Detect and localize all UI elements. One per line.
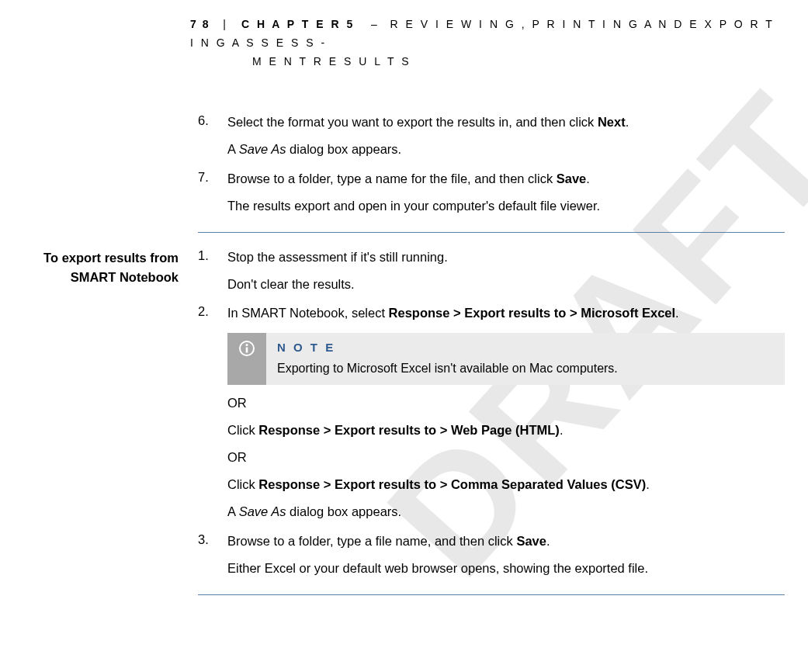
step-follow: Don't clear the results. bbox=[227, 275, 785, 293]
saveas-italic: Save As bbox=[239, 504, 286, 518]
saveas-pre: A bbox=[227, 504, 239, 518]
svg-rect-2 bbox=[246, 348, 248, 353]
svg-point-1 bbox=[245, 344, 248, 346]
step-number: 2. bbox=[198, 304, 220, 319]
step-bold: Response > Export results to > Microsoft… bbox=[389, 306, 676, 320]
header-divider: | bbox=[223, 18, 228, 30]
alt-post: . bbox=[646, 477, 650, 491]
step-text: Browse to a folder, type a name for the … bbox=[227, 171, 557, 185]
step-number: 3. bbox=[198, 532, 220, 547]
side-heading-line2: SMART Notebook bbox=[0, 268, 179, 288]
step-number: 6. bbox=[198, 113, 220, 128]
step-text-post: . bbox=[546, 534, 550, 548]
side-heading-line1: To export results from bbox=[0, 248, 179, 268]
step-follow: The results export and open in your comp… bbox=[227, 197, 785, 215]
side-heading: To export results from SMART Notebook bbox=[0, 248, 198, 611]
step-follow: Either Excel or your default web browser… bbox=[227, 559, 785, 577]
step-follow-pre: A bbox=[227, 142, 239, 156]
alt-post: . bbox=[560, 423, 564, 437]
step-follow-italic: Save As bbox=[239, 142, 286, 156]
saveas-post: dialog box appears. bbox=[286, 504, 402, 518]
step-1: 1. Stop the assessment if it's still run… bbox=[198, 248, 785, 293]
note-label: N O T E bbox=[277, 341, 774, 354]
step-text: Select the format you want to export the… bbox=[227, 115, 598, 129]
step-bold: Next bbox=[598, 115, 626, 129]
alt-bold: Response > Export results to > Web Page … bbox=[258, 423, 560, 437]
step-number: 7. bbox=[198, 170, 220, 185]
chapter-title-line2: M E N T R E S U L T S bbox=[252, 55, 411, 68]
step-3: 3. Browse to a folder, type a file name,… bbox=[198, 532, 785, 577]
step-text: Browse to a folder, type a file name, an… bbox=[227, 534, 516, 548]
or-text: OR bbox=[227, 394, 785, 412]
chapter-label: C H A P T E R 5 bbox=[241, 18, 355, 30]
step-text-post: . bbox=[626, 115, 629, 129]
step-number: 1. bbox=[198, 248, 220, 263]
section-divider bbox=[198, 232, 785, 233]
header-dash: – bbox=[371, 18, 380, 30]
section-divider bbox=[198, 594, 785, 595]
step-text: In SMART Notebook, select bbox=[227, 306, 389, 320]
note-text: Exporting to Microsoft Excel isn't avail… bbox=[277, 362, 774, 376]
step-text: Stop the assessment if it's still runnin… bbox=[227, 248, 785, 266]
step-7: 7. Browse to a folder, type a name for t… bbox=[198, 170, 785, 215]
step-bold: Save bbox=[516, 534, 546, 548]
step-follow-post: dialog box appears. bbox=[286, 142, 402, 156]
alt-bold: Response > Export results to > Comma Sep… bbox=[258, 477, 646, 491]
alt-pre: Click bbox=[227, 477, 258, 491]
alt-pre: Click bbox=[227, 423, 258, 437]
step-text-post: . bbox=[586, 171, 590, 185]
page-number: 7 8 bbox=[190, 18, 210, 30]
info-icon bbox=[227, 333, 266, 385]
note-callout: N O T E Exporting to Microsoft Excel isn… bbox=[227, 333, 785, 385]
step-text-post: . bbox=[675, 306, 679, 320]
step-bold: Save bbox=[557, 171, 587, 185]
page-header: 7 8 | C H A P T E R 5 – R E V I E W I N … bbox=[0, 0, 808, 71]
or-text: OR bbox=[227, 449, 785, 466]
step-6: 6. Select the format you want to export … bbox=[198, 113, 785, 158]
step-2: 2. In SMART Notebook, select Response > … bbox=[198, 304, 785, 521]
